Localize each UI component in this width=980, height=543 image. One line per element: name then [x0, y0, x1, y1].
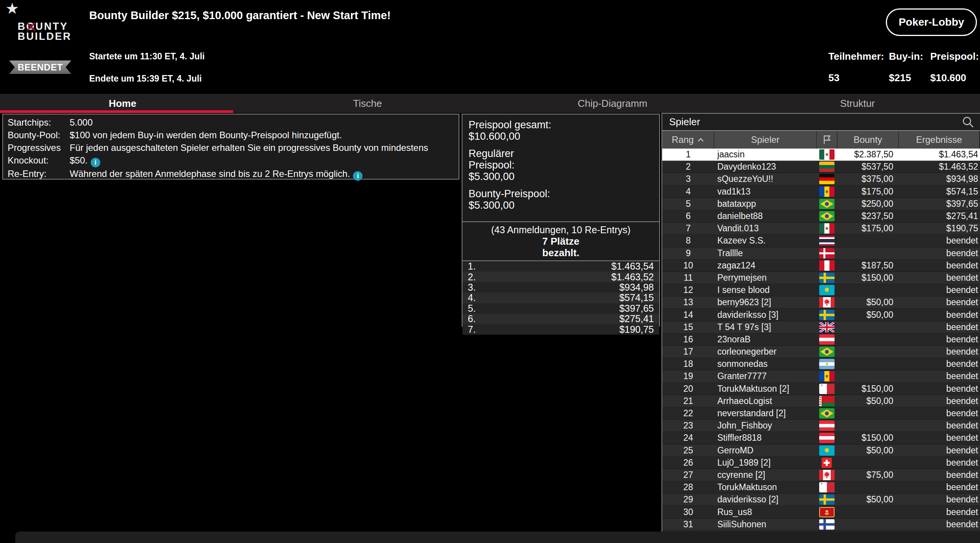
player-row-1[interactable]: 1jaacsin$2.387,50$1.463,54: [662, 149, 980, 161]
player-row-31[interactable]: 31SiiliSuhonenbeendet: [662, 518, 980, 531]
player-row-12[interactable]: 12I sense bloodbeendet: [662, 284, 980, 296]
player-name: sonmonedas: [714, 359, 817, 369]
player-name: SiiliSuhonen: [714, 519, 817, 530]
player-rank: 14: [662, 310, 714, 320]
info-label-progressives-knockout: Progressives Knockout:: [8, 141, 66, 167]
stat-value: $10.600: [930, 72, 980, 84]
player-row-28[interactable]: 28TorukMaktusonbeendet: [662, 481, 980, 494]
player-row-25[interactable]: 25GerroMD$50,00beendet: [662, 445, 980, 457]
player-row-14[interactable]: 14davideriksso [3]$50,00beendet: [662, 309, 980, 321]
player-row-30[interactable]: 30Rus_us8beendet: [662, 506, 980, 518]
player-result: $934,98: [898, 174, 980, 184]
player-row-13[interactable]: 13berny9623 [2]$50,00beendet: [662, 296, 980, 309]
player-bounty: $250,00: [837, 199, 898, 209]
column-header-results[interactable]: Ergebnisse: [899, 131, 979, 149]
player-name: Kazeev S.S.: [714, 236, 817, 246]
payout-place: 4.: [468, 292, 476, 303]
player-result: beendet: [898, 236, 980, 246]
player-result: beendet: [898, 458, 980, 468]
player-row-21[interactable]: 21ArrhaeoLogist$50,00beendet: [662, 395, 980, 407]
search-icon[interactable]: [962, 116, 975, 129]
player-row-2[interactable]: 2Davydenko123$537,50$1.463,52: [662, 161, 980, 173]
player-result: beendet: [898, 359, 980, 369]
player-row-7[interactable]: 7Vandit.013$175,00$190,75: [662, 222, 980, 235]
player-row-23[interactable]: 23John_Fishboybeendet: [662, 420, 980, 432]
favorite-star-icon[interactable]: ★: [5, 1, 19, 16]
denmark-flag-icon: [817, 248, 837, 258]
montenegro-flag-icon: [817, 507, 837, 517]
player-row-6[interactable]: 6danielbet88$237,50$275,41: [662, 210, 980, 222]
canada-flag-icon: [817, 470, 837, 480]
player-row-22[interactable]: 22neverstandard [2]beendet: [662, 407, 980, 420]
player-rank: 29: [662, 494, 714, 505]
player-result: beendet: [898, 371, 980, 381]
tab-bar: HomeTischeChip-DiagrammStruktur: [0, 94, 980, 113]
malta-flag-icon: [817, 384, 837, 394]
player-row-9[interactable]: 9Trallllebeendet: [662, 247, 980, 260]
tab-home[interactable]: Home: [0, 94, 245, 113]
finland-flag-icon: [817, 519, 837, 530]
player-rank: 19: [662, 371, 714, 381]
player-row-5[interactable]: 5batataxpp$250,00$397,65: [662, 198, 980, 210]
column-header-rank[interactable]: Rang: [662, 131, 714, 149]
tournament-lobby-window: ★ BOUNTY BUILDER BEENDET Bounty Builder …: [0, 0, 980, 543]
player-row-4[interactable]: 4vad1k13$175,00$574,15: [662, 186, 980, 198]
player-bounty: $2.387,50: [837, 149, 898, 160]
info-icon[interactable]: i: [91, 158, 100, 167]
player-result: $1.463,54: [898, 149, 980, 160]
player-row-29[interactable]: 29davideriksso [2]$50,00beendet: [662, 494, 980, 506]
player-name: jaacsin: [714, 149, 817, 160]
player-result: beendet: [898, 347, 980, 357]
payout-row: 3.$934,98: [462, 282, 659, 293]
player-result: beendet: [898, 519, 980, 530]
player-row-17[interactable]: 17corleonegerberbeendet: [662, 346, 980, 358]
entries-summary: (43 Anmeldungen, 10 Re-Entrys) 7 Plätze …: [462, 221, 659, 261]
player-name: Stiffler8818: [714, 433, 817, 443]
player-rank: 13: [662, 297, 714, 307]
player-result: beendet: [898, 482, 980, 492]
player-result: beendet: [898, 470, 980, 480]
player-result: $1.463,52: [898, 162, 980, 172]
column-header-flag[interactable]: [817, 131, 838, 149]
player-name: neverstandard [2]: [714, 408, 817, 419]
player-row-26[interactable]: 26Luj0_1989 [2]beendet: [662, 457, 980, 469]
payout-row: 5.$397,65: [462, 303, 659, 314]
player-row-20[interactable]: 20TorukMaktuson [2]$150,00beendet: [662, 383, 980, 395]
payout-amount: $1.463,54: [611, 261, 654, 272]
player-row-19[interactable]: 19Granter7777beendet: [662, 370, 980, 383]
player-row-24[interactable]: 24Stiffler8818$150,00beendet: [662, 432, 980, 444]
prize-label: Regulärer: [469, 148, 653, 159]
column-header-player[interactable]: Spieler: [714, 131, 817, 149]
player-row-11[interactable]: 11Perrymejsen$150,00beendet: [662, 272, 980, 284]
player-row-8[interactable]: 8Kazeev S.S.beendet: [662, 235, 980, 247]
player-row-16[interactable]: 1623noraBbeendet: [662, 334, 980, 346]
player-result: beendet: [898, 273, 980, 283]
entries-note: (43 Anmeldungen, 10 Re-Entrys): [462, 224, 659, 236]
tab-chip-diagramm[interactable]: Chip-Diagramm: [490, 94, 735, 113]
player-rank: 27: [662, 470, 714, 480]
player-rank: 7: [662, 223, 714, 234]
player-row-27[interactable]: 27ccyrenne [2]$75,00beendet: [662, 469, 980, 481]
player-rank: 15: [662, 322, 714, 332]
player-bounty: $50,00: [837, 494, 898, 505]
player-name: ArrhaeoLogist: [714, 396, 817, 406]
player-row-18[interactable]: 18sonmonedasbeendet: [662, 358, 980, 370]
player-result: beendet: [898, 248, 980, 258]
poker-lobby-button[interactable]: Poker-Lobby: [886, 8, 977, 36]
player-bounty: $175,00: [837, 223, 898, 234]
info-icon[interactable]: i: [353, 171, 363, 181]
uk-flag-icon: [817, 322, 837, 332]
stat-buy-in: Buy-in:$215: [889, 51, 930, 84]
player-name: davideriksso [2]: [714, 494, 817, 505]
payout-amount: $190,75: [619, 324, 654, 335]
player-name: I sense blood: [714, 285, 817, 295]
player-row-3[interactable]: 3sQuezzeYoU!!$375,00$934,98: [662, 173, 980, 185]
player-rank: 12: [662, 285, 714, 295]
player-name: ccyrenne [2]: [714, 470, 817, 480]
player-bounty: $150,00: [837, 273, 898, 283]
player-row-15[interactable]: 15T 54 T 97s [3]beendet: [662, 321, 980, 334]
column-header-bounty[interactable]: Bounty: [838, 131, 899, 149]
tab-tische[interactable]: Tische: [245, 94, 490, 113]
tab-struktur[interactable]: Struktur: [735, 94, 980, 113]
player-row-10[interactable]: 10zagaz124$187,50beendet: [662, 260, 980, 272]
